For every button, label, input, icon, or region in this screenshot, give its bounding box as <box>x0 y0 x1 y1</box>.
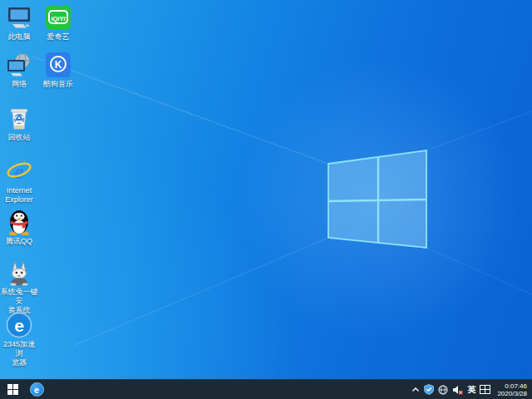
desktop-icon-kugou-music[interactable]: K 酷狗音乐 <box>39 52 77 89</box>
volume-speaker-icon[interactable] <box>452 380 463 399</box>
network-icon <box>6 52 32 78</box>
clock-date: 2020/3/28 <box>497 390 527 397</box>
desktop-icon-label: 2345加速浏 览器 <box>0 340 38 367</box>
desktop-icon-xitongtu-installer[interactable]: 系统兔一键安 装系统 <box>0 259 38 315</box>
this-pc-icon <box>6 4 32 31</box>
desktop-icon-iqiyi[interactable]: iQIYI 爱奇艺 <box>39 4 77 42</box>
xitongtu-rabbit-icon <box>6 259 32 286</box>
2345-browser-icon: e <box>30 382 44 397</box>
tencent-qq-icon <box>6 209 32 235</box>
desktop-icon-label: 爱奇艺 <box>39 32 77 42</box>
desktop-icon-2345-browser[interactable]: e 2345加速浏 览器 <box>0 312 38 367</box>
svg-text:iQIYI: iQIYI <box>51 15 65 22</box>
desktop-icon-label: 腾讯QQ <box>0 237 38 246</box>
desktop-icon-internet-explorer[interactable]: e Internet Explorer <box>0 158 38 204</box>
desktop-icon-label: 酷狗音乐 <box>39 80 77 89</box>
ime-language-indicator[interactable]: 英 <box>467 380 475 399</box>
wallpaper-windows-logo <box>0 0 532 399</box>
taskbar-2345-browser-button[interactable]: e <box>25 380 48 399</box>
kugou-music-icon: K <box>45 52 71 78</box>
taskbar-clock[interactable]: 0:07:46 2020/3/28 <box>495 382 530 397</box>
iqiyi-icon: iQIYI <box>45 4 71 31</box>
tray-chevron-up-icon[interactable] <box>411 380 420 399</box>
svg-text:K: K <box>55 59 62 71</box>
system-tray: 英 0:07:46 2020/3/28 <box>411 380 532 399</box>
start-button[interactable] <box>0 380 25 399</box>
network-globe-icon[interactable] <box>438 380 448 399</box>
touch-keyboard-icon[interactable] <box>480 380 490 399</box>
desktop-icon-label: 网络 <box>0 80 38 89</box>
desktop-icon-recycle-bin[interactable]: 回收站 <box>0 105 38 142</box>
internet-explorer-icon: e <box>6 158 32 185</box>
windows-logo-icon <box>7 384 18 395</box>
desktop-icon-label: Internet Explorer <box>0 186 38 204</box>
desktop-icon-tencent-qq[interactable]: 腾讯QQ <box>0 209 38 246</box>
desktop-icon-this-pc[interactable]: 此电脑 <box>0 4 38 42</box>
desktop-icon-network[interactable]: 网络 <box>0 52 38 89</box>
desktop-icon-label: 回收站 <box>0 133 38 142</box>
2345-browser-icon: e <box>6 312 32 338</box>
recycle-bin-icon <box>6 105 32 131</box>
taskbar: e 英 <box>0 379 532 399</box>
clock-time: 0:07:46 <box>497 382 527 390</box>
svg-text:e: e <box>14 316 24 335</box>
desktop-icon-label: 此电脑 <box>0 32 38 42</box>
security-shield-icon[interactable] <box>424 380 434 399</box>
